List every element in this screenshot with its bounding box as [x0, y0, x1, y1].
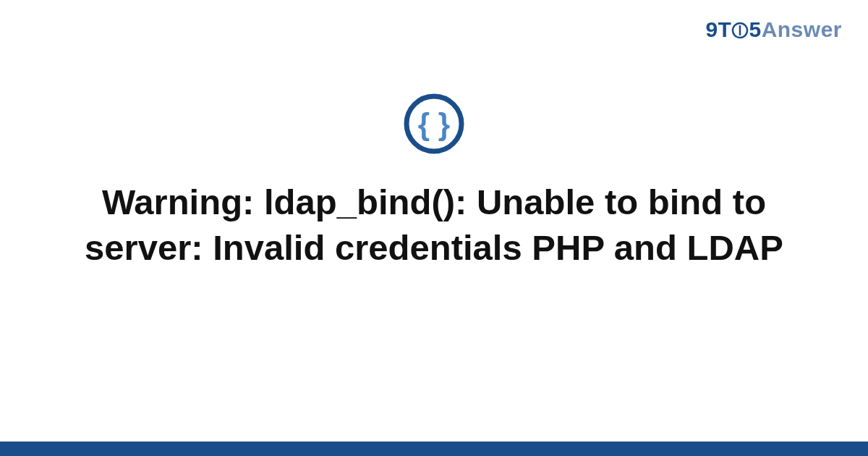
footer-accent-bar	[0, 442, 868, 456]
page-title: Warning: ldap_bind(): Unable to bind to …	[43, 180, 825, 270]
brand-logo: 9T5Answer	[705, 17, 842, 42]
headline-container: Warning: ldap_bind(): Unable to bind to …	[0, 180, 868, 270]
braces-icon: { }	[403, 93, 465, 158]
brand-prefix: 9T	[705, 17, 731, 41]
svg-text:{ }: { }	[418, 107, 450, 141]
brand-mid: 5	[749, 17, 761, 41]
brand-circle-letter	[731, 17, 749, 42]
brand-suffix: Answer	[762, 17, 842, 41]
